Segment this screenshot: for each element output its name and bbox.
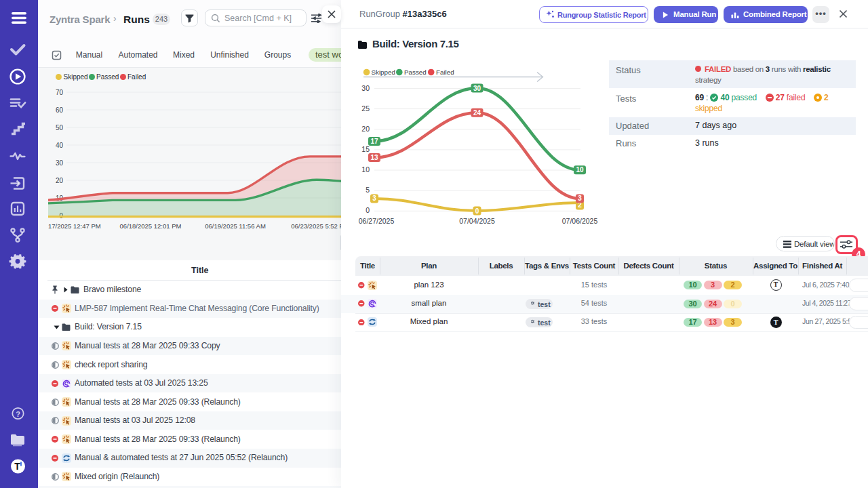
svg-text:06/27/2025: 06/27/2025 xyxy=(359,217,395,225)
svg-text:06/19/2025 11:56 AM: 06/19/2025 11:56 AM xyxy=(205,222,266,230)
svg-text:5: 5 xyxy=(366,186,370,194)
svg-text:06/18/2025 12:01 PM: 06/18/2025 12:01 PM xyxy=(120,222,182,230)
svg-text:0: 0 xyxy=(366,206,370,214)
svg-text:24: 24 xyxy=(473,109,481,117)
svg-text:3: 3 xyxy=(578,195,582,202)
svg-text:25: 25 xyxy=(361,104,370,113)
svg-text:10: 10 xyxy=(361,165,370,174)
svg-text:07/04/2025: 07/04/2025 xyxy=(459,217,495,225)
svg-text:70: 70 xyxy=(56,89,64,96)
svg-text:06/23/2025 5:52 PM: 06/23/2025 5:52 PM xyxy=(291,222,349,230)
svg-text:?: ? xyxy=(16,410,20,418)
svg-text:13: 13 xyxy=(370,154,378,161)
svg-text:60: 60 xyxy=(56,106,64,114)
svg-text:20: 20 xyxy=(361,125,370,133)
svg-text:T: T xyxy=(14,461,20,472)
svg-text:15: 15 xyxy=(361,145,370,153)
svg-text:30: 30 xyxy=(361,84,370,92)
svg-text:3: 3 xyxy=(372,195,376,202)
svg-text:0: 0 xyxy=(475,207,479,215)
svg-text:10: 10 xyxy=(576,166,584,174)
svg-text:30: 30 xyxy=(473,85,481,92)
svg-text:50: 50 xyxy=(56,124,64,131)
svg-text:17/2025 12:47 PM: 17/2025 12:47 PM xyxy=(48,222,101,230)
svg-text:40: 40 xyxy=(56,142,64,149)
svg-text:20: 20 xyxy=(56,177,64,184)
svg-text:17: 17 xyxy=(370,138,378,145)
svg-text:07/06/2025: 07/06/2025 xyxy=(562,217,598,225)
svg-text:Skipped: Skipped xyxy=(372,68,395,76)
svg-text:Passed: Passed xyxy=(404,68,427,76)
svg-text:30: 30 xyxy=(56,159,64,167)
svg-text:Failed: Failed xyxy=(436,68,454,76)
